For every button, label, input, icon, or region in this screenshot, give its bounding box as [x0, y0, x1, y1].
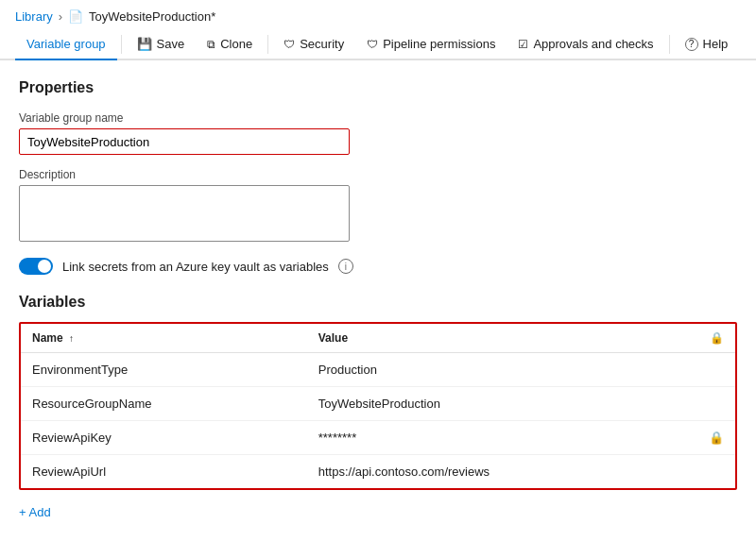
pipeline-permissions-button[interactable]: 🛡 Pipeline permissions	[355, 29, 507, 60]
name-column-header[interactable]: Name ↑	[21, 324, 307, 353]
variable-name-cell: EnvironmentType	[21, 353, 307, 387]
key-vault-info-icon[interactable]: i	[338, 259, 353, 274]
sort-icon: ↑	[69, 333, 74, 344]
variable-lock-cell[interactable]	[697, 455, 735, 489]
variable-value-cell: https://api.contoso.com/reviews	[307, 455, 697, 489]
variable-group-name-group: Variable group name	[19, 111, 737, 155]
key-vault-toggle[interactable]	[19, 258, 53, 275]
content-area: Properties Variable group name Descripti…	[0, 60, 756, 541]
toggle-knob	[38, 260, 51, 273]
lock-column-header: 🔒	[697, 324, 735, 353]
tab-variable-group[interactable]: Variable group	[15, 29, 117, 60]
key-vault-toggle-label: Link secrets from an Azure key vault as …	[62, 260, 329, 274]
breadcrumb-current-page: ToyWebsiteProduction*	[89, 9, 215, 24]
security-icon: 🛡	[284, 38, 295, 51]
table-row: EnvironmentType Production	[21, 353, 735, 387]
variable-group-name-input[interactable]	[19, 128, 350, 155]
variable-group-name-label: Variable group name	[19, 111, 737, 125]
breadcrumb-separator: ›	[59, 9, 62, 24]
security-label: Security	[300, 37, 344, 51]
pipeline-icon: 🛡	[367, 38, 378, 51]
toolbar-divider-1	[121, 35, 122, 54]
toolbar-divider-3	[669, 35, 670, 54]
library-link[interactable]: Library	[15, 9, 53, 24]
approvals-icon: ☑	[518, 38, 528, 51]
variables-section: Variables Name ↑ Value 🔒 EnvironmentType	[19, 294, 737, 523]
variable-name-cell: ResourceGroupName	[21, 387, 307, 421]
page-icon: 📄	[68, 9, 83, 24]
table-header-row: Name ↑ Value 🔒	[21, 324, 735, 353]
description-group: Description	[19, 168, 737, 245]
save-label: Save	[157, 37, 185, 51]
clone-button[interactable]: ⧉ Clone	[196, 29, 264, 60]
add-variable-button[interactable]: + Add	[19, 501, 737, 523]
variable-lock-cell[interactable]	[697, 387, 735, 421]
approvals-button[interactable]: ☑ Approvals and checks	[507, 29, 664, 60]
variables-section-title: Variables	[19, 294, 737, 311]
variable-lock-cell[interactable]	[697, 353, 735, 387]
description-input[interactable]	[19, 185, 350, 242]
description-label: Description	[19, 168, 737, 181]
value-column-header: Value	[307, 324, 697, 353]
breadcrumb: Library › 📄 ToyWebsiteProduction*	[0, 0, 756, 29]
variable-name-cell: ReviewApiKey	[21, 421, 307, 455]
variables-table: Name ↑ Value 🔒 EnvironmentType Productio…	[21, 324, 735, 488]
help-button[interactable]: ? Help	[674, 29, 740, 60]
pipeline-label: Pipeline permissions	[383, 37, 495, 51]
table-row: ResourceGroupName ToyWebsiteProduction	[21, 387, 735, 421]
key-vault-toggle-row: Link secrets from an Azure key vault as …	[19, 258, 737, 275]
variable-value-cell: Production	[307, 353, 697, 387]
variable-value-cell: ToyWebsiteProduction	[307, 387, 697, 421]
variable-lock-cell[interactable]: 🔒	[697, 421, 735, 455]
approvals-label: Approvals and checks	[533, 37, 653, 51]
variables-table-wrapper: Name ↑ Value 🔒 EnvironmentType Productio…	[19, 322, 737, 490]
variable-name-cell: ReviewApiUrl	[21, 455, 307, 489]
properties-section-title: Properties	[19, 79, 737, 96]
help-icon: ?	[685, 38, 698, 51]
toolbar: Variable group 💾 Save ⧉ Clone 🛡 Security…	[0, 29, 756, 60]
clone-label: Clone	[220, 37, 252, 51]
table-row: ReviewApiUrl https://api.contoso.com/rev…	[21, 455, 735, 489]
clone-icon: ⧉	[207, 38, 215, 51]
help-label: Help	[703, 37, 729, 51]
save-button[interactable]: 💾 Save	[126, 29, 197, 60]
variable-value-cell: ********	[307, 421, 697, 455]
security-button[interactable]: 🛡 Security	[272, 29, 355, 60]
table-row: ReviewApiKey ******** 🔒	[21, 421, 735, 455]
save-icon: 💾	[137, 37, 152, 51]
toolbar-divider-2	[267, 35, 268, 54]
